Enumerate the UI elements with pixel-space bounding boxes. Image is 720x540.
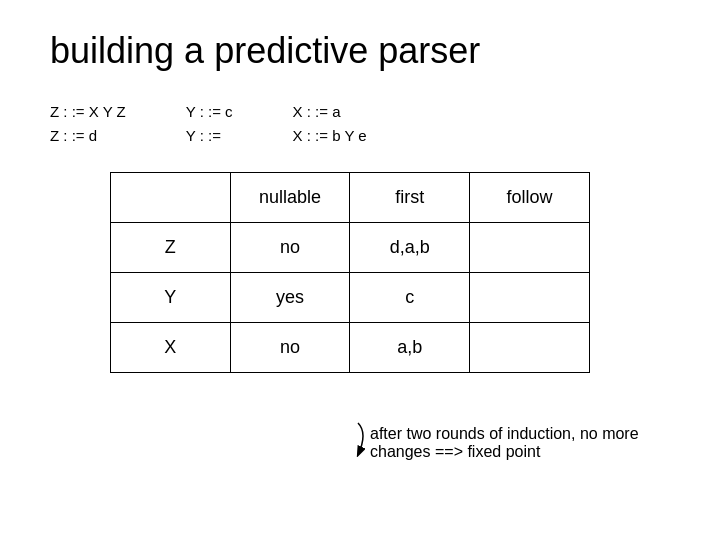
- parser-table: nullable first follow Znod,a,bYyescXnoa,…: [110, 172, 590, 373]
- table-header-row: nullable first follow: [111, 173, 590, 223]
- grammar-rule-3: Y : := c: [186, 100, 233, 124]
- grammar-rule-5: X : := a: [293, 100, 367, 124]
- cell-symbol-z: Z: [111, 223, 231, 273]
- page-title: building a predictive parser: [50, 30, 670, 72]
- header-empty: [111, 173, 231, 223]
- grammar-rule-4: Y : :=: [186, 124, 233, 148]
- cell-first-x: a,b: [350, 323, 470, 373]
- cell-symbol-x: X: [111, 323, 231, 373]
- grammar-col3: X : := a X : := b Y e: [293, 100, 367, 148]
- table-wrapper: nullable first follow Znod,a,bYyescXnoa,…: [110, 172, 670, 373]
- footer-container: after two rounds of induction, no more c…: [50, 389, 670, 461]
- grammar-rule-6: X : := b Y e: [293, 124, 367, 148]
- table-row: Znod,a,b: [111, 223, 590, 273]
- cell-nullable-y: yes: [230, 273, 350, 323]
- cell-nullable-x: no: [230, 323, 350, 373]
- header-first: first: [350, 173, 470, 223]
- cell-first-z: d,a,b: [350, 223, 470, 273]
- grammar-section: Z : := X Y Z Z : := d Y : := c Y : := X …: [50, 100, 670, 148]
- grammar-col1: Z : := X Y Z Z : := d: [50, 100, 126, 148]
- cell-follow-y: [470, 273, 590, 323]
- table-row: Xnoa,b: [111, 323, 590, 373]
- header-nullable: nullable: [230, 173, 350, 223]
- grammar-col2: Y : := c Y : :=: [186, 100, 233, 148]
- cell-symbol-y: Y: [111, 273, 231, 323]
- grammar-rule-1: Z : := X Y Z: [50, 100, 126, 124]
- header-follow: follow: [470, 173, 590, 223]
- cell-nullable-z: no: [230, 223, 350, 273]
- page: building a predictive parser Z : := X Y …: [0, 0, 720, 540]
- table-row: Yyesc: [111, 273, 590, 323]
- cell-follow-x: [470, 323, 590, 373]
- footer-text: after two rounds of induction, no more c…: [370, 425, 670, 461]
- cell-follow-z: [470, 223, 590, 273]
- grammar-rule-2: Z : := d: [50, 124, 126, 148]
- cell-first-y: c: [350, 273, 470, 323]
